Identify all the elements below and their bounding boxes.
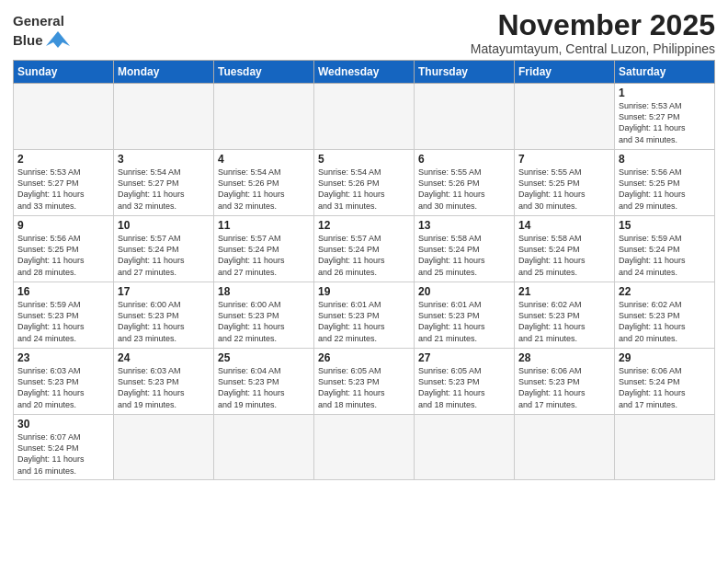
day-info: Sunrise: 6:04 AMSunset: 5:23 PMDaylight:… (218, 365, 310, 410)
day-info: Sunrise: 6:07 AMSunset: 5:24 PMDaylight:… (17, 431, 109, 477)
month-title: November 2025 (471, 9, 715, 41)
calendar-cell: 25Sunrise: 6:04 AMSunset: 5:23 PMDayligh… (214, 349, 314, 415)
day-info: Sunrise: 5:54 AMSunset: 5:26 PMDaylight:… (318, 167, 410, 212)
day-number: 26 (318, 351, 410, 364)
calendar-cell: 22Sunrise: 6:02 AMSunset: 5:23 PMDayligh… (615, 282, 715, 349)
day-info: Sunrise: 5:56 AMSunset: 5:25 PMDaylight:… (619, 167, 711, 212)
day-info: Sunrise: 5:53 AMSunset: 5:27 PMDaylight:… (619, 100, 711, 145)
day-info: Sunrise: 5:58 AMSunset: 5:24 PMDaylight:… (418, 233, 510, 278)
main-container: General Blue November 2025 Matayumtayum,… (0, 0, 728, 486)
calendar-cell: 26Sunrise: 6:05 AMSunset: 5:23 PMDayligh… (314, 349, 415, 415)
calendar-cell (515, 84, 615, 150)
day-info: Sunrise: 5:56 AMSunset: 5:25 PMDaylight:… (17, 233, 109, 278)
calendar-cell: 8Sunrise: 5:56 AMSunset: 5:25 PMDaylight… (615, 150, 715, 216)
calendar-cell (314, 84, 415, 150)
calendar-cell: 24Sunrise: 6:03 AMSunset: 5:23 PMDayligh… (114, 349, 214, 415)
day-info: Sunrise: 5:55 AMSunset: 5:26 PMDaylight:… (418, 167, 510, 212)
calendar-day-header: Sunday (14, 61, 114, 84)
day-number: 15 (619, 219, 711, 232)
title-area: November 2025 Matayumtayum, Central Luzo… (471, 9, 715, 56)
day-number: 30 (17, 418, 109, 431)
day-info: Sunrise: 6:00 AMSunset: 5:23 PMDaylight:… (218, 299, 310, 344)
day-number: 13 (418, 219, 510, 232)
calendar-cell: 9Sunrise: 5:56 AMSunset: 5:25 PMDaylight… (14, 216, 114, 282)
day-number: 17 (118, 285, 210, 298)
day-number: 22 (619, 285, 711, 298)
day-number: 12 (318, 219, 410, 232)
day-info: Sunrise: 5:53 AMSunset: 5:27 PMDaylight:… (17, 167, 109, 212)
day-info: Sunrise: 5:58 AMSunset: 5:24 PMDaylight:… (518, 233, 610, 278)
calendar-cell (14, 84, 114, 150)
day-number: 21 (518, 285, 610, 298)
calendar-cell: 13Sunrise: 5:58 AMSunset: 5:24 PMDayligh… (415, 216, 515, 282)
day-number: 23 (17, 351, 109, 364)
svg-marker-0 (46, 31, 70, 48)
calendar-cell (415, 415, 515, 480)
day-info: Sunrise: 6:03 AMSunset: 5:23 PMDaylight:… (17, 365, 109, 410)
calendar-cell (214, 415, 314, 480)
day-info: Sunrise: 6:01 AMSunset: 5:23 PMDaylight:… (318, 299, 410, 344)
calendar-cell: 14Sunrise: 5:58 AMSunset: 5:24 PMDayligh… (515, 216, 615, 282)
calendar-table: SundayMondayTuesdayWednesdayThursdayFrid… (13, 60, 715, 480)
day-info: Sunrise: 6:03 AMSunset: 5:23 PMDaylight:… (118, 365, 210, 410)
day-number: 27 (418, 351, 510, 364)
day-number: 28 (518, 351, 610, 364)
calendar-cell: 2Sunrise: 5:53 AMSunset: 5:27 PMDaylight… (14, 150, 114, 216)
calendar-day-header: Wednesday (314, 61, 415, 84)
day-number: 2 (17, 153, 109, 166)
day-info: Sunrise: 5:55 AMSunset: 5:25 PMDaylight:… (518, 167, 610, 212)
location: Matayumtayum, Central Luzon, Philippines (471, 41, 715, 56)
day-number: 3 (118, 153, 210, 166)
day-info: Sunrise: 5:54 AMSunset: 5:26 PMDaylight:… (218, 167, 310, 212)
calendar-cell: 29Sunrise: 6:06 AMSunset: 5:24 PMDayligh… (615, 349, 715, 415)
calendar-cell (314, 415, 415, 480)
calendar-cell: 10Sunrise: 5:57 AMSunset: 5:24 PMDayligh… (114, 216, 214, 282)
day-number: 1 (619, 86, 711, 99)
calendar-cell: 19Sunrise: 6:01 AMSunset: 5:23 PMDayligh… (314, 282, 415, 349)
calendar-cell: 4Sunrise: 5:54 AMSunset: 5:26 PMDaylight… (214, 150, 314, 216)
calendar-cell: 6Sunrise: 5:55 AMSunset: 5:26 PMDaylight… (415, 150, 515, 216)
day-number: 19 (318, 285, 410, 298)
day-number: 5 (318, 153, 410, 166)
calendar-cell: 30Sunrise: 6:07 AMSunset: 5:24 PMDayligh… (14, 415, 114, 480)
calendar-cell: 3Sunrise: 5:54 AMSunset: 5:27 PMDaylight… (114, 150, 214, 216)
day-info: Sunrise: 6:06 AMSunset: 5:23 PMDaylight:… (518, 365, 610, 410)
calendar-day-header: Saturday (615, 61, 715, 84)
day-number: 25 (218, 351, 310, 364)
day-info: Sunrise: 5:54 AMSunset: 5:27 PMDaylight:… (118, 167, 210, 212)
logo-text: General Blue (13, 13, 70, 50)
day-number: 4 (218, 153, 310, 166)
day-number: 29 (619, 351, 711, 364)
calendar-cell (114, 84, 214, 150)
day-info: Sunrise: 6:00 AMSunset: 5:23 PMDaylight:… (118, 299, 210, 344)
calendar-cell: 5Sunrise: 5:54 AMSunset: 5:26 PMDaylight… (314, 150, 415, 216)
calendar-cell: 1Sunrise: 5:53 AMSunset: 5:27 PMDaylight… (615, 84, 715, 150)
day-info: Sunrise: 5:57 AMSunset: 5:24 PMDaylight:… (118, 233, 210, 278)
day-info: Sunrise: 6:02 AMSunset: 5:23 PMDaylight:… (518, 299, 610, 344)
day-number: 9 (17, 219, 109, 232)
calendar-cell: 21Sunrise: 6:02 AMSunset: 5:23 PMDayligh… (515, 282, 615, 349)
calendar-cell: 23Sunrise: 6:03 AMSunset: 5:23 PMDayligh… (14, 349, 114, 415)
calendar-cell (615, 415, 715, 480)
calendar-cell: 15Sunrise: 5:59 AMSunset: 5:24 PMDayligh… (615, 216, 715, 282)
calendar-day-header: Thursday (415, 61, 515, 84)
day-number: 8 (619, 153, 711, 166)
calendar-header-row: SundayMondayTuesdayWednesdayThursdayFrid… (14, 61, 715, 84)
day-number: 18 (218, 285, 310, 298)
calendar-cell (415, 84, 515, 150)
day-info: Sunrise: 6:05 AMSunset: 5:23 PMDaylight:… (318, 365, 410, 410)
day-number: 10 (118, 219, 210, 232)
calendar-cell (214, 84, 314, 150)
day-info: Sunrise: 6:05 AMSunset: 5:23 PMDaylight:… (418, 365, 510, 410)
day-info: Sunrise: 5:57 AMSunset: 5:24 PMDaylight:… (318, 233, 410, 278)
calendar-day-header: Monday (114, 61, 214, 84)
calendar-cell (515, 415, 615, 480)
day-number: 20 (418, 285, 510, 298)
day-number: 7 (518, 153, 610, 166)
calendar-cell: 28Sunrise: 6:06 AMSunset: 5:23 PMDayligh… (515, 349, 615, 415)
day-info: Sunrise: 5:57 AMSunset: 5:24 PMDaylight:… (218, 233, 310, 278)
calendar-cell: 7Sunrise: 5:55 AMSunset: 5:25 PMDaylight… (515, 150, 615, 216)
calendar-cell: 18Sunrise: 6:00 AMSunset: 5:23 PMDayligh… (214, 282, 314, 349)
calendar-day-header: Tuesday (214, 61, 314, 84)
calendar-cell: 20Sunrise: 6:01 AMSunset: 5:23 PMDayligh… (415, 282, 515, 349)
